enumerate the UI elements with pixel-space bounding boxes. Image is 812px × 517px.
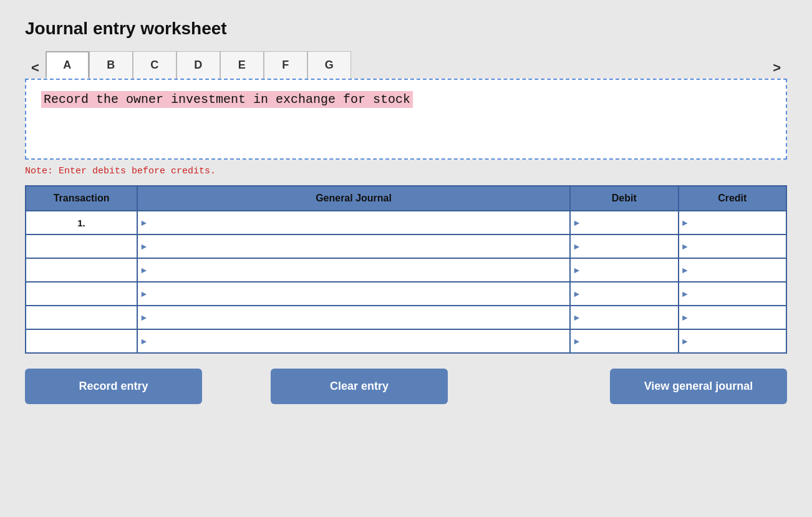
journal-input[interactable] bbox=[140, 330, 567, 352]
cell-arrow-icon: ► bbox=[573, 336, 581, 346]
record-entry-button[interactable]: Record entry bbox=[25, 369, 202, 404]
cell-arrow-icon: ► bbox=[681, 218, 690, 228]
credit-cell[interactable]: ► bbox=[679, 282, 787, 306]
journal-table: Transaction General Journal Debit Credit… bbox=[25, 185, 787, 354]
debit-cell[interactable]: ► bbox=[570, 211, 678, 234]
cell-arrow-icon: ► bbox=[140, 289, 148, 299]
tab-G[interactable]: G bbox=[307, 51, 351, 79]
tab-prev-button[interactable]: < bbox=[25, 57, 46, 79]
debit-input[interactable] bbox=[573, 283, 675, 305]
journal-input[interactable] bbox=[140, 235, 567, 258]
debit-input[interactable] bbox=[573, 306, 675, 329]
debit-cell[interactable]: ► bbox=[570, 234, 678, 258]
debit-cell[interactable]: ► bbox=[570, 258, 678, 282]
credit-cell[interactable]: ► bbox=[679, 211, 787, 234]
cell-arrow-icon: ► bbox=[140, 265, 148, 275]
debit-cell[interactable]: ► bbox=[570, 329, 678, 353]
journal-cell[interactable]: ► bbox=[137, 234, 570, 258]
tabs-container: < A B C D E F G > bbox=[25, 51, 787, 79]
debit-input[interactable] bbox=[573, 211, 675, 234]
table-row: 1.►►► bbox=[26, 211, 786, 234]
cell-arrow-icon: ► bbox=[681, 336, 690, 346]
cell-arrow-icon: ► bbox=[140, 218, 148, 228]
cell-arrow-icon: ► bbox=[573, 218, 581, 228]
transaction-cell: 1. bbox=[26, 211, 137, 234]
credit-cell[interactable]: ► bbox=[679, 329, 787, 353]
cell-arrow-icon: ► bbox=[573, 265, 581, 275]
credit-cell[interactable]: ► bbox=[679, 306, 787, 329]
cell-arrow-icon: ► bbox=[681, 312, 690, 322]
debit-input[interactable] bbox=[573, 330, 675, 352]
instruction-text: Record the owner investment in exchange … bbox=[41, 91, 413, 108]
credit-input[interactable] bbox=[682, 211, 784, 234]
journal-input[interactable] bbox=[140, 211, 567, 234]
cell-arrow-icon: ► bbox=[573, 241, 581, 251]
tab-E[interactable]: E bbox=[220, 51, 264, 79]
journal-input[interactable] bbox=[140, 283, 567, 305]
debit-cell[interactable]: ► bbox=[570, 306, 678, 329]
note-text: Note: Enter debits before credits. bbox=[25, 166, 787, 176]
journal-input[interactable] bbox=[140, 259, 567, 281]
col-header-credit: Credit bbox=[679, 186, 787, 211]
debit-input[interactable] bbox=[573, 235, 675, 258]
credit-input[interactable] bbox=[682, 283, 784, 305]
credit-input[interactable] bbox=[682, 330, 784, 352]
cell-arrow-icon: ► bbox=[140, 336, 148, 346]
cell-arrow-icon: ► bbox=[681, 265, 690, 275]
buttons-row: Record entry Clear entry View general jo… bbox=[25, 369, 787, 404]
table-row: ►►► bbox=[26, 306, 786, 329]
cell-arrow-icon: ► bbox=[681, 289, 690, 299]
cell-arrow-icon: ► bbox=[140, 241, 148, 251]
credit-input[interactable] bbox=[682, 259, 784, 281]
tab-C[interactable]: C bbox=[133, 51, 176, 79]
tab-F[interactable]: F bbox=[264, 51, 307, 79]
journal-cell[interactable]: ► bbox=[137, 329, 570, 353]
credit-cell[interactable]: ► bbox=[679, 258, 787, 282]
table-row: ►►► bbox=[26, 329, 786, 353]
col-header-debit: Debit bbox=[570, 186, 678, 211]
journal-cell[interactable]: ► bbox=[137, 258, 570, 282]
transaction-cell bbox=[26, 234, 137, 258]
table-row: ►►► bbox=[26, 282, 786, 306]
debit-cell[interactable]: ► bbox=[570, 282, 678, 306]
clear-entry-button[interactable]: Clear entry bbox=[271, 369, 448, 404]
credit-input[interactable] bbox=[682, 306, 784, 329]
transaction-cell bbox=[26, 282, 137, 306]
journal-cell[interactable]: ► bbox=[137, 282, 570, 306]
cell-arrow-icon: ► bbox=[573, 289, 581, 299]
view-general-journal-button[interactable]: View general journal bbox=[610, 369, 787, 404]
cell-arrow-icon: ► bbox=[140, 312, 148, 322]
col-header-general-journal: General Journal bbox=[137, 186, 570, 211]
debit-input[interactable] bbox=[573, 259, 675, 281]
cell-arrow-icon: ► bbox=[573, 312, 581, 322]
tab-B[interactable]: B bbox=[89, 51, 133, 79]
credit-cell[interactable]: ► bbox=[679, 234, 787, 258]
tab-next-button[interactable]: > bbox=[766, 57, 787, 79]
page-title: Journal entry worksheet bbox=[25, 19, 787, 39]
tab-A[interactable]: A bbox=[46, 51, 89, 79]
table-row: ►►► bbox=[26, 234, 786, 258]
tab-D[interactable]: D bbox=[176, 51, 220, 79]
journal-cell[interactable]: ► bbox=[137, 306, 570, 329]
cell-arrow-icon: ► bbox=[681, 241, 690, 251]
transaction-cell bbox=[26, 306, 137, 329]
credit-input[interactable] bbox=[682, 235, 784, 258]
journal-cell[interactable]: ► bbox=[137, 211, 570, 234]
transaction-cell bbox=[26, 258, 137, 282]
col-header-transaction: Transaction bbox=[26, 186, 137, 211]
instruction-box: Record the owner investment in exchange … bbox=[25, 79, 787, 160]
journal-input[interactable] bbox=[140, 306, 567, 329]
transaction-cell bbox=[26, 329, 137, 353]
table-row: ►►► bbox=[26, 258, 786, 282]
